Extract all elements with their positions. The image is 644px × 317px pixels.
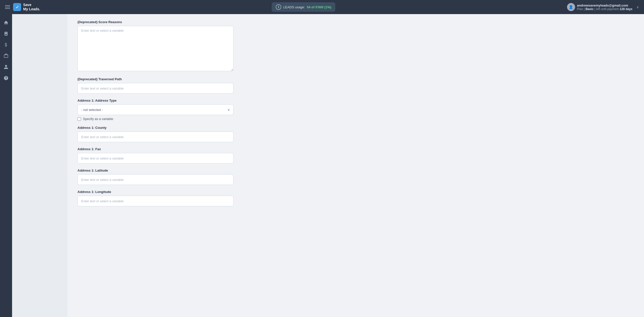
dollar-icon: [4, 42, 9, 47]
select-wrapper-address_type: - not selected -∨: [77, 104, 233, 115]
input-address_fax[interactable]: [77, 153, 233, 164]
info-icon: ℹ: [276, 4, 281, 10]
input-address_county[interactable]: [77, 132, 233, 142]
input-traversed_path[interactable]: [77, 83, 233, 94]
app-body: (Deprecated) Score Reasons(Deprecated) T…: [0, 14, 644, 317]
logo-text: Save My Leads.: [23, 3, 40, 11]
field-group-address_county: Address 1: County: [77, 126, 233, 142]
sidebar-item-profile[interactable]: [2, 62, 11, 71]
label-address_county: Address 1: County: [77, 126, 233, 130]
select-address_type[interactable]: - not selected -: [77, 104, 233, 115]
sidebar: [0, 14, 12, 317]
leads-usage-label: LEADS usage:: [283, 5, 305, 9]
avatar: 👤: [567, 3, 575, 11]
logo-icon: ✓: [13, 3, 21, 11]
label-traversed_path: (Deprecated) Traversed Path: [77, 77, 233, 81]
leads-count: 54 of 5'000 (1%): [307, 5, 331, 9]
connections-icon: [4, 31, 9, 36]
textarea-score_reasons[interactable]: [77, 26, 233, 71]
sidebar-item-home[interactable]: [2, 18, 11, 27]
header-right: 👤 andrewsavemyleads@gmail.com Plan | Bas…: [567, 3, 639, 11]
sidebar-item-connections[interactable]: [2, 29, 11, 38]
user-info: andrewsavemyleads@gmail.com Plan | Basic…: [577, 4, 632, 11]
user-email: andrewsavemyleads@gmail.com: [577, 4, 632, 7]
left-panel: [12, 14, 67, 317]
user-plan: Plan | Basic | left until payment 128 da…: [577, 7, 632, 11]
label-score_reasons: (Deprecated) Score Reasons: [77, 20, 233, 24]
checkbox-address_type[interactable]: [77, 117, 81, 121]
checkbox-label-address_type[interactable]: Specify as a variable: [83, 117, 113, 121]
field-group-score_reasons: (Deprecated) Score Reasons: [77, 20, 233, 72]
main-content: (Deprecated) Score Reasons(Deprecated) T…: [67, 14, 644, 317]
app-header: ✓ Save My Leads. ℹ LEADS usage: 54 of 5'…: [0, 0, 644, 14]
header-left: ✓ Save My Leads.: [5, 3, 40, 11]
field-group-traversed_path: (Deprecated) Traversed Path: [77, 77, 233, 94]
label-address_latitude: Address 1: Latitude: [77, 169, 233, 172]
input-address_longitude[interactable]: [77, 196, 233, 206]
form-section: (Deprecated) Score Reasons(Deprecated) T…: [77, 20, 233, 206]
field-group-address_latitude: Address 1: Latitude: [77, 169, 233, 185]
briefcase-icon: [4, 53, 9, 58]
sidebar-item-projects[interactable]: [2, 51, 11, 60]
help-icon: [4, 75, 9, 81]
label-address_longitude: Address 1: Longitude: [77, 190, 233, 194]
label-address_fax: Address 1: Fax: [77, 147, 233, 151]
input-address_latitude[interactable]: [77, 174, 233, 185]
sidebar-item-billing[interactable]: [2, 40, 11, 49]
sidebar-item-help[interactable]: [2, 73, 11, 83]
field-group-address_longitude: Address 1: Longitude: [77, 190, 233, 206]
logo: ✓ Save My Leads.: [13, 3, 40, 11]
home-icon: [4, 20, 9, 25]
label-address_type: Address 1: Address Type: [77, 99, 233, 102]
leads-usage-widget: ℹ LEADS usage: 54 of 5'000 (1%): [272, 2, 335, 12]
checkbox-row-address_type: Specify as a variable: [77, 117, 233, 121]
hamburger-menu[interactable]: [5, 5, 10, 9]
chevron-down-icon[interactable]: ∨: [636, 5, 639, 9]
field-group-address_type: Address 1: Address Type- not selected -∨…: [77, 99, 233, 121]
field-group-address_fax: Address 1: Fax: [77, 147, 233, 164]
user-icon: [4, 64, 9, 69]
